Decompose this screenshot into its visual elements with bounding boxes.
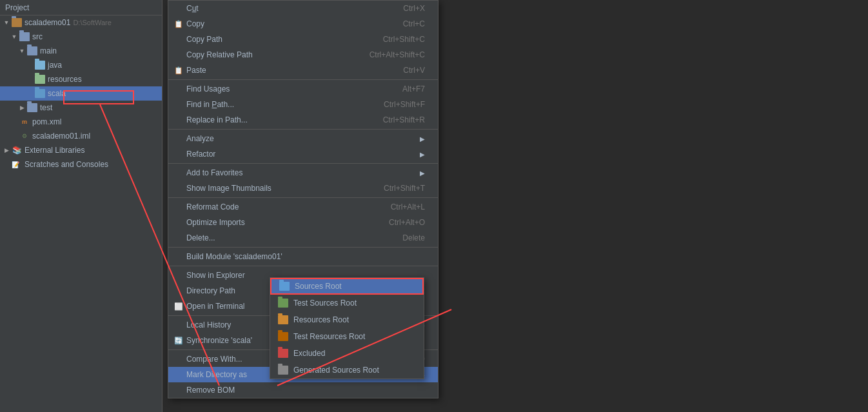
- folder-icon: [19, 32, 30, 41]
- menu-label-replace-in-path: Replace in Path...: [186, 115, 248, 124]
- menu-item-copy-relative[interactable]: Copy Relative Path Ctrl+Alt+Shift+C: [168, 47, 438, 63]
- menu-item-cut[interactable]: Cut Ctrl+X: [168, 1, 438, 16]
- menu-label-local-history: Local History: [186, 320, 231, 329]
- menu-label-analyze: Analyze: [186, 134, 214, 143]
- menu-label-refactor: Refactor: [186, 150, 215, 159]
- folder-icon: [12, 18, 22, 27]
- arrow-icon: ▶: [18, 104, 26, 112]
- menu-item-remove-bom[interactable]: Remove BOM: [168, 382, 438, 398]
- tree-label: scalademo01: [25, 18, 70, 27]
- terminal-icon: ⬜: [173, 301, 184, 311]
- menu-label-add-favorites: Add to Favorites: [186, 168, 242, 177]
- arrow-icon: ▼: [3, 19, 10, 26]
- menu-item-refactor[interactable]: Refactor ▶: [168, 146, 438, 162]
- menu-label-open-terminal: Open in Terminal: [186, 302, 245, 311]
- menu-label-show-in-explorer: Show in Explorer: [186, 271, 245, 280]
- submenu-item-sources-root[interactable]: Sources Root: [270, 278, 424, 295]
- menu-label-reformat: Reformat Code: [186, 202, 239, 211]
- tree-label: scala: [48, 89, 66, 98]
- submenu-item-excluded[interactable]: Excluded: [270, 345, 424, 362]
- menu-item-analyze[interactable]: Analyze ▶: [168, 131, 438, 146]
- submenu-item-generated[interactable]: Generated Sources Root: [270, 362, 424, 378]
- tree-item-java[interactable]: java: [0, 58, 162, 72]
- tree-item-main[interactable]: ▼ main: [0, 44, 162, 58]
- submenu-item-test-sources-root[interactable]: Test Sources Root: [270, 295, 424, 311]
- tree-item-scala[interactable]: scala: [0, 86, 162, 101]
- sidebar-header: Project: [0, 0, 162, 15]
- menu-label-synchronize: Synchronize 'scala': [186, 336, 252, 345]
- file-icon: ⚙: [19, 132, 30, 141]
- menu-label-delete: Delete...: [186, 233, 215, 242]
- menu-shortcut-paste: Ctrl+V: [403, 66, 425, 75]
- folder-icon: [35, 89, 45, 98]
- menu-label-remove-bom: Remove BOM: [186, 386, 235, 395]
- menu-item-find-usages[interactable]: Find Usages Alt+F7: [168, 81, 438, 97]
- menu-shortcut-show-image: Ctrl+Shift+T: [384, 184, 425, 193]
- submenu-label-resources-root: Resources Root: [293, 315, 349, 324]
- sync-icon: 🔄: [173, 335, 184, 346]
- arrow-icon: ▶: [420, 170, 425, 177]
- submenu-item-test-resources-root[interactable]: Test Resources Root: [270, 328, 424, 345]
- menu-separator-4: [168, 197, 438, 198]
- tree-label: main: [40, 46, 57, 55]
- menu-item-paste[interactable]: 📋 Paste Ctrl+V: [168, 63, 438, 78]
- submenu-folder-icon: [278, 349, 288, 358]
- submenu-label-sources-root: Sources Root: [295, 282, 342, 291]
- arrow-icon: ▼: [10, 33, 18, 41]
- tree-label: test: [40, 103, 52, 112]
- menu-separator-2: [168, 129, 438, 130]
- tree-label: resources: [48, 75, 82, 84]
- menu-shortcut-copy: Ctrl+C: [403, 19, 425, 28]
- file-icon: m: [19, 117, 30, 126]
- submenu-label-generated: Generated Sources Root: [293, 366, 379, 375]
- scratches-icon: 📝: [12, 160, 22, 169]
- menu-label-copy-relative: Copy Relative Path: [186, 50, 253, 59]
- tree-item-src[interactable]: ▼ src: [0, 30, 162, 44]
- menu-shortcut-reformat: Ctrl+Alt+L: [391, 202, 425, 211]
- arrow-icon: ▼: [18, 47, 26, 55]
- menu-item-build-module[interactable]: Build Module 'scalademo01': [168, 249, 438, 264]
- menu-label-compare-with: Compare With...: [186, 355, 242, 364]
- tree-label: java: [48, 61, 62, 70]
- tree-item-pom[interactable]: m pom.xml: [0, 115, 162, 129]
- menu-item-copy-path[interactable]: Copy Path Ctrl+Shift+C: [168, 32, 438, 47]
- submenu-folder-icon: [278, 315, 288, 324]
- menu-item-replace-in-path[interactable]: Replace in Path... Ctrl+Shift+R: [168, 112, 438, 128]
- submenu: Sources Root Test Sources Root Resources…: [270, 277, 424, 379]
- submenu-item-resources-root[interactable]: Resources Root: [270, 311, 424, 328]
- menu-label-show-image: Show Image Thumbnails: [186, 184, 271, 193]
- menu-item-add-favorites[interactable]: Add to Favorites ▶: [168, 165, 438, 181]
- paste-icon: 📋: [173, 65, 184, 75]
- folder-icon: [27, 103, 37, 112]
- tree-item-resources[interactable]: resources: [0, 72, 162, 86]
- menu-shortcut-copy-relative: Ctrl+Alt+Shift+C: [370, 50, 425, 59]
- tree-item-external[interactable]: ▶ 📚 External Libraries: [0, 143, 162, 157]
- sidebar-title: Project: [5, 3, 29, 12]
- copy-icon: 📋: [173, 19, 184, 29]
- menu-item-optimize[interactable]: Optimize Imports Ctrl+Alt+O: [168, 215, 438, 230]
- arrow-icon: ▶: [3, 146, 10, 154]
- menu-separator-6: [168, 266, 438, 266]
- folder-icon: [27, 46, 37, 55]
- menu-item-copy[interactable]: 📋 Copy Ctrl+C: [168, 16, 438, 32]
- menu-shortcut-replace-in-path: Ctrl+Shift+R: [383, 115, 425, 124]
- menu-label-find-in-path: Find in Path...: [186, 100, 234, 109]
- menu-item-delete[interactable]: Delete... Delete: [168, 230, 438, 246]
- menu-label-mark-directory: Mark Directory as: [186, 370, 247, 379]
- menu-separator-3: [168, 163, 438, 164]
- submenu-folder-icon: [278, 366, 288, 375]
- menu-item-find-in-path[interactable]: Find in Path... Ctrl+Shift+F: [168, 97, 438, 112]
- menu-item-reformat[interactable]: Reformat Code Ctrl+Alt+L: [168, 199, 438, 215]
- tree-item-scalademo01[interactable]: ▼ scalademo01 D:\SoftWare: [0, 15, 162, 30]
- tree-item-test[interactable]: ▶ test: [0, 101, 162, 115]
- tree-label: scalademo01.iml: [32, 132, 90, 141]
- external-libraries-icon: 📚: [12, 146, 22, 155]
- menu-shortcut-delete: Delete: [402, 233, 425, 242]
- menu-shortcut-copy-path: Ctrl+Shift+C: [383, 35, 425, 44]
- tree-item-iml[interactable]: ⚙ scalademo01.iml: [0, 129, 162, 143]
- submenu-folder-icon: [278, 299, 288, 308]
- menu-label-cut: Cut: [186, 4, 199, 13]
- menu-shortcut-cut: Ctrl+X: [403, 4, 425, 13]
- menu-item-show-image[interactable]: Show Image Thumbnails Ctrl+Shift+T: [168, 181, 438, 196]
- tree-item-scratches[interactable]: 📝 Scratches and Consoles: [0, 157, 162, 172]
